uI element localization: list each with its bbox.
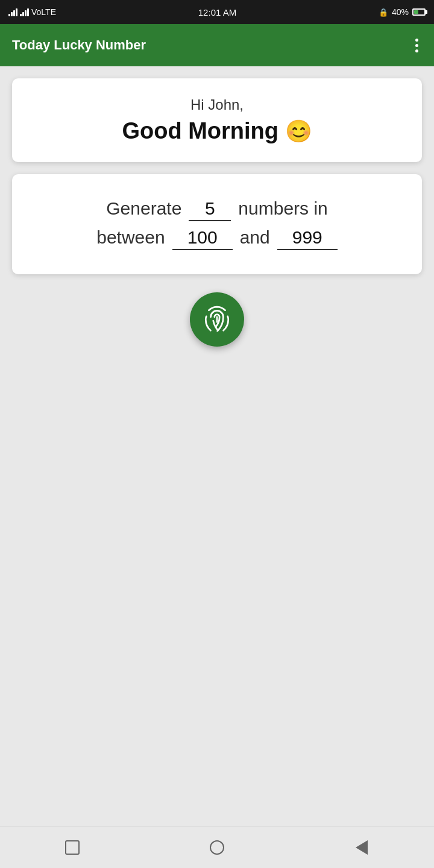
greeting-card: Hi John, Good Morning 😊	[12, 78, 422, 162]
home-icon	[210, 840, 224, 855]
carrier-label: VoLTE	[31, 7, 56, 17]
status-time: 12:01 AM	[198, 7, 236, 17]
more-menu-button[interactable]	[412, 35, 422, 56]
app-title: Today Lucky Number	[12, 37, 146, 53]
greeting-main: Good Morning 😊	[24, 118, 410, 144]
fab-container	[190, 292, 244, 347]
greeting-hi: Hi John,	[24, 96, 410, 113]
status-bar: VoLTE 12:01 AM 🔒 40%	[0, 0, 434, 24]
signal-4g-icon	[8, 8, 17, 16]
status-right: 🔒 40%	[379, 7, 426, 17]
count-input[interactable]	[189, 198, 231, 221]
lock-icon: 🔒	[379, 8, 388, 17]
between-label: between	[96, 227, 165, 248]
recent-apps-button[interactable]	[60, 835, 84, 860]
back-icon	[356, 840, 368, 855]
back-button[interactable]	[350, 835, 374, 860]
generate-button[interactable]	[190, 292, 244, 347]
signal-3g-icon	[20, 8, 29, 16]
home-button[interactable]	[205, 835, 229, 860]
min-input[interactable]	[172, 227, 233, 250]
app-bar: Today Lucky Number	[0, 24, 434, 66]
battery-percent: 40%	[392, 7, 409, 17]
fingerprint-icon	[202, 304, 232, 335]
numbers-in-label: numbers in	[238, 198, 327, 219]
recent-apps-icon	[65, 840, 80, 855]
generator-row-1: Generate numbers in	[30, 198, 404, 221]
generator-card: Generate numbers in between and	[12, 174, 422, 274]
bottom-nav	[0, 826, 434, 868]
greeting-text: Good Morning	[122, 118, 278, 143]
generate-label: Generate	[106, 198, 181, 219]
status-left: VoLTE	[8, 7, 56, 17]
max-input[interactable]	[277, 227, 338, 250]
battery-icon	[412, 8, 426, 16]
main-content: Hi John, Good Morning 😊 Generate numbers…	[0, 66, 434, 826]
and-label: and	[240, 227, 270, 248]
generator-row-2: between and	[30, 227, 404, 250]
greeting-emoji: 😊	[285, 119, 312, 143]
